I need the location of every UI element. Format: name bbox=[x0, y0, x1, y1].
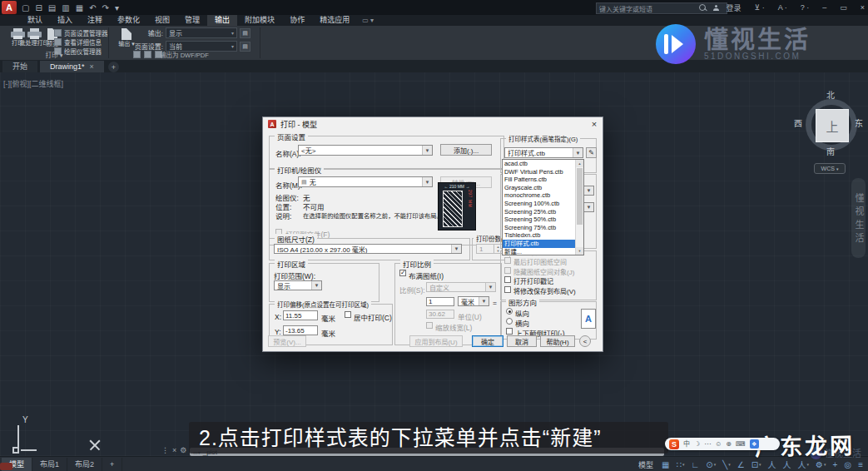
style-option[interactable]: Screening 25%.ctb bbox=[503, 208, 576, 216]
cancel-button[interactable]: 取消 bbox=[507, 335, 537, 347]
print-panel-label[interactable]: 打印 ▾ bbox=[0, 50, 108, 59]
snap-mode-icon[interactable]: ∷▾ bbox=[677, 460, 685, 469]
offset-x-input[interactable]: 11.55 bbox=[283, 310, 318, 320]
plot-dialog-titlebar[interactable]: A 打印 - 模型 bbox=[263, 117, 603, 131]
ime-logo-icon[interactable]: S bbox=[669, 439, 679, 449]
style-option[interactable]: Tishledxn.ctb bbox=[503, 231, 576, 240]
style-option[interactable]: acad.ctb bbox=[503, 160, 576, 168]
ribbon-tab-协作[interactable]: 协作 bbox=[282, 15, 312, 26]
ime-mode-icon[interactable]: 中 bbox=[683, 438, 690, 450]
offset-y-input[interactable]: -13.65 bbox=[283, 325, 318, 335]
grid-icon[interactable]: ▦ bbox=[662, 460, 669, 469]
new-drawing-tab-button[interactable]: + bbox=[108, 62, 119, 72]
add-pagesetup-button[interactable]: 添加(.)... bbox=[440, 144, 492, 156]
style-option[interactable]: DWF Virtual Pens.ctb bbox=[503, 168, 576, 176]
ribbon-tab-默认[interactable]: 默认 bbox=[20, 15, 50, 26]
ribbon-overflow-icon[interactable]: ▭ ▾ bbox=[362, 17, 374, 24]
printer-name-combo[interactable]: ▤ 无▼ bbox=[298, 176, 433, 187]
autocad-app-icon[interactable]: A bbox=[2, 1, 17, 14]
style-option[interactable]: Screening 100%.ctb bbox=[503, 200, 576, 208]
account-icon[interactable] bbox=[713, 5, 719, 11]
ime-night-icon[interactable]: ☽ bbox=[694, 438, 700, 450]
model-space-label[interactable]: 模型 bbox=[638, 459, 653, 470]
redo-icon[interactable]: ↷ bbox=[102, 3, 109, 12]
landscape-radio[interactable] bbox=[506, 318, 513, 325]
scale-one-input[interactable]: 1 bbox=[426, 297, 454, 306]
ok-button[interactable]: 确定 bbox=[472, 335, 503, 347]
viewport-controls-label[interactable]: [-][俯视][二维线框] bbox=[3, 78, 63, 89]
open-folder-icon[interactable]: ⊟ bbox=[35, 3, 42, 12]
commandline-close-icon[interactable]: × bbox=[172, 446, 176, 454]
compass-west-label[interactable]: 西 bbox=[794, 117, 802, 129]
style-option[interactable]: 新建... bbox=[503, 248, 576, 255]
wcs-dropdown[interactable]: WCS▾ bbox=[814, 163, 846, 174]
restore-button[interactable]: ▭ bbox=[840, 3, 847, 12]
plot-style-combo[interactable]: 打印样式.ctb▼ bbox=[504, 147, 583, 158]
ribbon-tab-管理[interactable]: 管理 bbox=[177, 15, 207, 26]
file-tab-start[interactable]: 开始 bbox=[2, 61, 37, 72]
minimize-button[interactable]: – bbox=[822, 3, 826, 12]
file-tab-drawing1[interactable]: Drawing1* × bbox=[40, 61, 104, 72]
preview-plot-button[interactable]: 预览(V)... bbox=[268, 335, 306, 347]
dropdown-scrollbar[interactable]: ▲ ▼ bbox=[575, 160, 583, 255]
undo-icon[interactable]: ↶ bbox=[89, 3, 96, 12]
customize-dropdown-icon[interactable]: ▾ bbox=[115, 3, 119, 12]
pagesetup-name-combo[interactable]: <无>▼ bbox=[298, 145, 433, 156]
commandline-drag-icon[interactable]: ⋮ bbox=[161, 446, 169, 454]
compass-east-label[interactable]: 东 bbox=[855, 117, 863, 129]
customize-icon[interactable]: ≡ bbox=[858, 460, 863, 469]
view-cube-top-face[interactable]: 上 bbox=[816, 109, 849, 142]
plot-option-checkbox[interactable] bbox=[504, 257, 511, 264]
layout-tab-布局2[interactable]: 布局2 bbox=[67, 458, 102, 471]
layout-tab-+[interactable]: + bbox=[102, 458, 122, 471]
view-cube[interactable]: 上 北 南 西 东 bbox=[801, 90, 861, 156]
style-option[interactable]: monochrome.ctb bbox=[503, 191, 576, 200]
scale-unit-combo[interactable]: 毫米▼ bbox=[458, 296, 489, 306]
ribbon-tab-精选应用[interactable]: 精选应用 bbox=[312, 15, 357, 26]
fit-to-paper-checkbox[interactable] bbox=[399, 270, 406, 276]
ribbon-tab-插入[interactable]: 插入 bbox=[50, 15, 80, 26]
ribbon-tab-注释[interactable]: 注释 bbox=[80, 15, 110, 26]
style-option[interactable]: Fill Patterns.ctb bbox=[503, 176, 576, 184]
compass-south-label[interactable]: 南 bbox=[826, 145, 835, 157]
scrollbar-thumb[interactable] bbox=[577, 168, 583, 225]
edit-plot-style-button[interactable]: ✎ bbox=[586, 147, 597, 158]
ime-emoji-icon[interactable]: ☺ bbox=[715, 438, 722, 450]
isometric-drafting-icon[interactable]: ╲▾ bbox=[722, 460, 731, 469]
export-panel-label[interactable]: 输出为 DWF/PDF bbox=[109, 50, 260, 59]
upside-down-checkbox[interactable] bbox=[506, 328, 513, 335]
ribbon-tab-参数化[interactable]: 参数化 bbox=[110, 15, 147, 26]
layout-tab-布局1[interactable]: 布局1 bbox=[32, 458, 67, 471]
ime-keyboard-icon[interactable]: ⌨ bbox=[736, 438, 746, 450]
commandline-customize-icon[interactable]: ⚙ bbox=[180, 446, 186, 454]
close-button[interactable]: × bbox=[861, 3, 865, 12]
workspace-switch-icon[interactable]: ⚙▾ bbox=[816, 460, 826, 469]
center-plot-checkbox[interactable] bbox=[345, 311, 351, 318]
dialog-close-button[interactable]: × bbox=[588, 118, 601, 130]
style-option[interactable]: 打印样式.ctb bbox=[503, 240, 576, 248]
plot-range-combo[interactable]: 显示▼ bbox=[274, 280, 322, 290]
autodesk-a-icon[interactable]: A · bbox=[778, 3, 787, 12]
scroll-down-icon[interactable]: ▼ bbox=[576, 247, 583, 255]
annotation-monitor-icon[interactable]: + bbox=[833, 460, 838, 469]
help-icon[interactable]: ? · bbox=[801, 3, 810, 12]
scale-combo[interactable]: 自定义▼ bbox=[426, 282, 496, 292]
ribbon-tab-输出[interactable]: 输出 bbox=[207, 15, 237, 26]
collapse-dialog-button[interactable]: < bbox=[579, 335, 591, 347]
paper-size-combo[interactable]: ISO A4 (210.00 x 297.00 毫米)▼ bbox=[274, 244, 462, 254]
scroll-up-icon[interactable]: ▲ bbox=[576, 160, 583, 167]
ribbon-tab-视图[interactable]: 视图 bbox=[147, 15, 177, 26]
file-tab-close-icon[interactable]: × bbox=[90, 61, 94, 72]
ribbon-tab-附加模块[interactable]: 附加模块 bbox=[237, 15, 282, 26]
save-as-icon[interactable]: ▥ bbox=[62, 3, 69, 12]
app-store-icon[interactable]: ⊻ · bbox=[755, 3, 765, 12]
plot-icon[interactable]: ▦ bbox=[76, 3, 83, 12]
scale-units-input[interactable]: 30.62 bbox=[426, 310, 454, 319]
polar-tracking-icon[interactable]: ⊙▾ bbox=[706, 460, 716, 469]
scale-lineweight-checkbox[interactable] bbox=[426, 322, 433, 329]
graphics-performance-icon[interactable]: ◎ bbox=[844, 460, 851, 469]
ortho-icon[interactable]: ∟ bbox=[691, 460, 699, 469]
object-snap-tracking-icon[interactable]: ∠ bbox=[737, 460, 745, 469]
plot-option-checkbox[interactable] bbox=[504, 276, 511, 283]
search-icon[interactable] bbox=[699, 4, 706, 11]
